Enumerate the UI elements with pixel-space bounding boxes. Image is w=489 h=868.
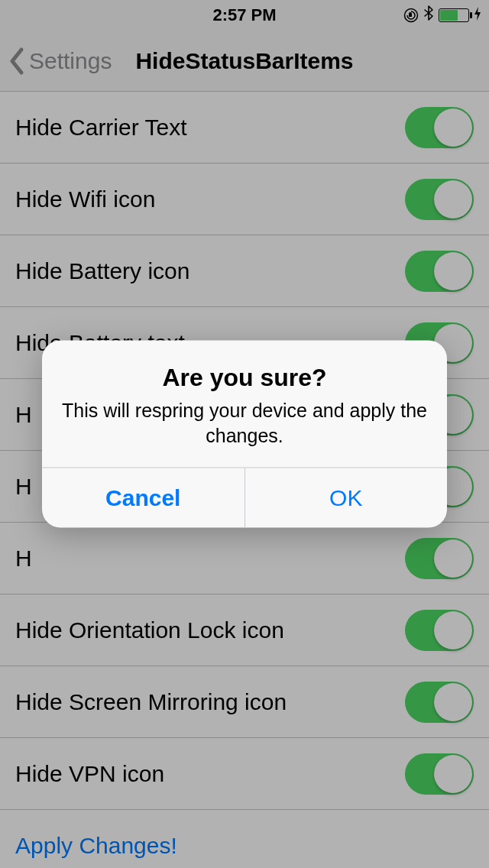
cancel-button[interactable]: Cancel xyxy=(42,468,245,528)
alert-message: This will respring your device and apply… xyxy=(62,398,427,448)
ok-button[interactable]: OK xyxy=(245,468,448,528)
alert-buttons: Cancel OK xyxy=(42,468,447,528)
alert-body: Are you sure? This will respring your de… xyxy=(42,341,447,468)
confirm-dialog: Are you sure? This will respring your de… xyxy=(42,341,447,528)
alert-title: Are you sure? xyxy=(62,364,427,392)
